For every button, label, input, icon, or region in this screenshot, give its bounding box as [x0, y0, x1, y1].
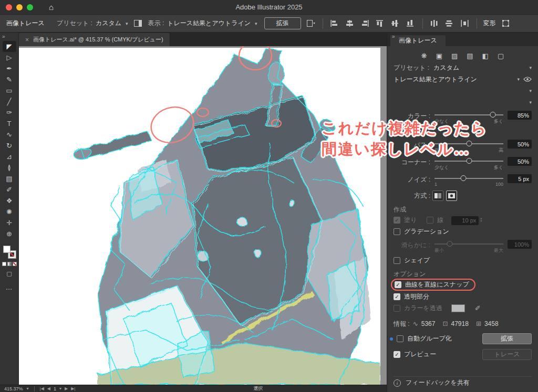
selection-tool[interactable]: ◤: [3, 41, 16, 52]
align-middle-icon[interactable]: [390, 18, 401, 29]
preset-high-color-icon[interactable]: ▣: [436, 52, 442, 60]
preset-low-color-icon[interactable]: ▨: [451, 52, 458, 60]
preview-checkbox[interactable]: [394, 351, 400, 358]
preset-auto-color-icon[interactable]: ❋: [421, 52, 427, 60]
distribute-vertical-icon[interactable]: [444, 18, 455, 29]
drawing-mode-icon[interactable]: ▢: [6, 270, 12, 277]
zoom-window-button[interactable]: [27, 4, 33, 10]
snap-curves-checkbox[interactable]: [395, 281, 401, 288]
close-window-button[interactable]: [6, 4, 12, 10]
preset-dropdown[interactable]: プリセット : カスタム ▾: [57, 19, 128, 28]
method-abutting-button[interactable]: [432, 190, 443, 201]
tab-image-trace[interactable]: 画像トレース: [390, 35, 446, 46]
panel-preset-dropdown[interactable]: カスタム ▾: [433, 62, 532, 73]
stroke-checkbox[interactable]: [427, 217, 433, 224]
trace-button[interactable]: トレース: [482, 349, 532, 360]
autogroup-checkbox[interactable]: [397, 335, 404, 342]
symbol-sprayer-tool[interactable]: ✺: [3, 206, 16, 217]
paintbrush-tool[interactable]: ✑: [3, 107, 16, 118]
preset-outline-icon[interactable]: ▢: [498, 52, 504, 60]
document-tab[interactable]: × 画像トレース.ai* @ 415.37 % (CMYK/プレビュー): [19, 33, 170, 46]
knockout-color-swatch[interactable]: [451, 304, 465, 312]
panel-colormode-dropdown[interactable]: ▾: [394, 86, 532, 96]
stepper-down-icon[interactable]: ▾: [480, 220, 482, 223]
next-artboard-icon[interactable]: ▶: [65, 386, 68, 391]
chevron-down-icon[interactable]: ▾: [59, 386, 61, 391]
align-top-icon[interactable]: [375, 18, 386, 29]
zoom-tool[interactable]: ⊕: [3, 228, 16, 239]
color-value-field[interactable]: 85%: [508, 111, 532, 120]
scale-tool[interactable]: ⊿: [3, 151, 16, 162]
align-bottom-icon[interactable]: [406, 18, 416, 29]
slider-knob[interactable]: [490, 112, 496, 118]
corner-value-field[interactable]: 50%: [508, 157, 532, 166]
align-right-icon[interactable]: [360, 18, 370, 29]
toolbar-collapse-icon[interactable]: »: [2, 34, 5, 41]
home-icon[interactable]: ⌂: [49, 3, 54, 11]
rectangle-tool[interactable]: ▭: [3, 85, 16, 96]
color-slider[interactable]: 少なく 多く: [434, 110, 503, 124]
eye-icon[interactable]: [523, 77, 532, 82]
panel-collapse-icon[interactable]: »: [392, 34, 395, 39]
slider-knob[interactable]: [466, 141, 472, 146]
align-left-icon[interactable]: [329, 18, 340, 29]
rotate-tool[interactable]: ↻: [3, 140, 16, 151]
path-slider[interactable]: 低 高: [434, 139, 503, 153]
transparent-checkbox[interactable]: [394, 293, 400, 300]
fill-checkbox[interactable]: [394, 217, 400, 224]
gradient-checkbox[interactable]: [394, 228, 400, 235]
distribute-horizontal-icon[interactable]: [429, 18, 440, 29]
eyedropper-icon[interactable]: ✐: [475, 304, 481, 312]
method-overlapping-button[interactable]: [446, 190, 457, 201]
fill-color-well[interactable]: [3, 246, 11, 253]
corner-slider[interactable]: 少なく 多く: [434, 156, 503, 171]
view-dropdown[interactable]: 表示 : トレース結果とアウトライン ▾: [148, 19, 257, 28]
first-artboard-icon[interactable]: |◀: [40, 386, 44, 391]
knockout-color-checkbox[interactable]: [394, 305, 400, 312]
chevron-down-icon[interactable]: ▾: [27, 386, 29, 391]
trace-presets-menu-icon[interactable]: [306, 18, 316, 29]
pen-tool[interactable]: ✒: [3, 63, 16, 74]
close-tab-icon[interactable]: ×: [25, 36, 29, 44]
advanced-section-header[interactable]: ▼ 詳細: [394, 126, 532, 137]
preset-black-white-icon[interactable]: ◧: [482, 52, 489, 60]
minimize-window-button[interactable]: [16, 4, 23, 10]
pencil-tool[interactable]: ∿: [3, 129, 16, 140]
image-trace-panel-toggle-icon[interactable]: [133, 18, 143, 29]
shape-checkbox[interactable]: [394, 257, 400, 264]
gradient-button[interactable]: [7, 262, 12, 266]
previous-artboard-icon[interactable]: ◀: [47, 386, 50, 391]
color-button[interactable]: [2, 262, 6, 266]
none-button[interactable]: [13, 262, 17, 266]
line-segment-tool[interactable]: ╱: [3, 96, 16, 107]
direct-selection-tool[interactable]: ▷: [3, 52, 16, 63]
panel-palette-dropdown[interactable]: ▾: [394, 97, 532, 108]
type-tool[interactable]: T: [3, 118, 16, 129]
slider-knob[interactable]: [461, 175, 467, 181]
noise-value-field[interactable]: 5 px: [508, 174, 532, 183]
zoom-level[interactable]: 415.37%: [4, 386, 23, 391]
path-value-field[interactable]: 50%: [508, 140, 532, 149]
panel-expand-button[interactable]: 拡張: [482, 333, 532, 344]
canvas[interactable]: [19, 46, 387, 385]
hand-tool[interactable]: ✛: [3, 217, 16, 228]
panel-view-dropdown[interactable]: トレース結果とアウトライン ▾: [394, 74, 520, 84]
edit-toolbar-icon[interactable]: …: [6, 283, 13, 291]
slider-knob[interactable]: [466, 158, 472, 164]
stroke-width-field[interactable]: 10 px ▴ ▾: [451, 215, 482, 225]
expand-button[interactable]: 拡張: [264, 17, 301, 29]
last-artboard-icon[interactable]: ▶|: [71, 386, 75, 391]
preset-grayscale-icon[interactable]: ▤: [467, 52, 473, 60]
curvature-tool[interactable]: ✎: [3, 74, 16, 85]
share-feedback-link[interactable]: i フィードバックを共有: [394, 376, 532, 392]
gradient-tool[interactable]: ▤: [3, 173, 16, 184]
align-center-icon[interactable]: [345, 18, 355, 29]
noise-slider[interactable]: 1 100: [434, 173, 503, 188]
artboard-number[interactable]: 1: [54, 386, 56, 391]
stroke-width-stepper[interactable]: ▴ ▾: [480, 217, 482, 223]
traced-artwork[interactable]: [19, 46, 387, 385]
width-tool[interactable]: ≬: [3, 162, 16, 173]
eyedropper-tool[interactable]: ✐: [3, 184, 16, 195]
transform-grid-icon[interactable]: [501, 18, 511, 29]
blend-tool[interactable]: ❖: [3, 195, 16, 206]
